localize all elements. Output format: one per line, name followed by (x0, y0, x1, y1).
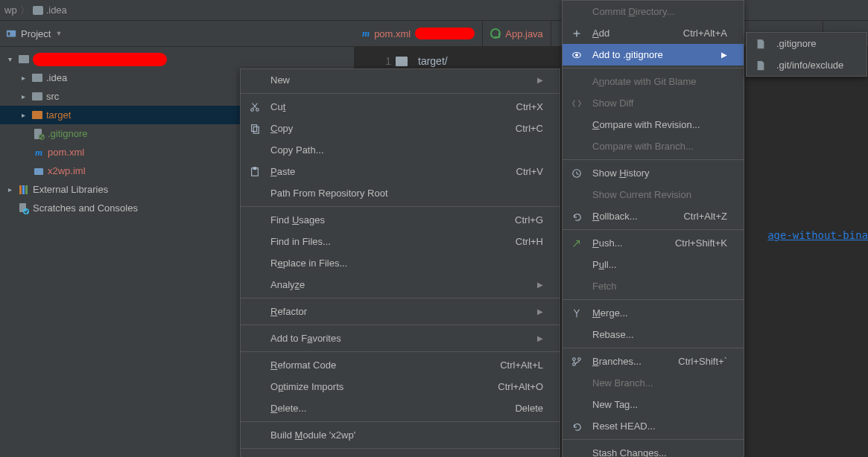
scratches-icon (18, 202, 30, 214)
editor-link-text[interactable]: age-without-bina (767, 229, 868, 241)
menu-item[interactable]: Annotate with Git Blame (563, 71, 744, 92)
menu-item-label: New (270, 74, 528, 86)
tree-row-root[interactable]: ▾ (0, 50, 354, 68)
menu-item[interactable]: Branches...Ctrl+Shift+` (563, 351, 744, 372)
svg-rect-20 (22, 185, 25, 194)
menu-item[interactable]: .git/info/exclude (747, 54, 867, 76)
submenu-arrow-icon: ▶ (537, 76, 543, 84)
menu-item[interactable]: Rollback...Ctrl+Alt+Z (563, 205, 744, 227)
menu-item[interactable]: Fetch (563, 275, 744, 297)
svg-rect-19 (19, 185, 22, 194)
menu-item-label: Copy Path... (270, 144, 543, 156)
menu-item[interactable]: Commit Directory... (563, 1, 744, 22)
svg-point-25 (256, 108, 259, 111)
undo-icon (570, 211, 583, 222)
menu-item-label: Push... (592, 237, 644, 249)
menu-item[interactable]: Path From Repository Root (241, 182, 560, 204)
tree-node-label: pom.xml (48, 147, 84, 158)
menu-item-label: Find in Files... (270, 236, 484, 247)
menu-item-label: Compare with Branch... (592, 141, 727, 152)
menu-item[interactable]: Show History (563, 162, 744, 184)
menu-item[interactable]: Reformat CodeCtrl+Alt+L (241, 354, 560, 376)
menu-item-label: Pull... (592, 259, 727, 270)
menu-item[interactable]: Show Diff (563, 92, 744, 114)
menu-item[interactable]: Pull... (563, 254, 744, 275)
menu-item-label: Paste (270, 166, 485, 177)
submenu-arrow-icon: ▶ (537, 281, 543, 289)
menu-item[interactable]: Add to Favorites▶ (241, 327, 560, 349)
menu-item[interactable]: Copy Path... (241, 139, 560, 161)
breadcrumb-item[interactable]: .idea (46, 4, 67, 16)
menu-item[interactable]: .gitignore (747, 33, 867, 54)
context-menu[interactable]: New▶CutCtrl+XCopyCtrl+CCopy Path...Paste… (240, 68, 560, 457)
menu-item[interactable]: Merge... (563, 302, 744, 324)
menu-item[interactable]: Show Current Revision (563, 184, 744, 205)
menu-item[interactable]: CutCtrl+X (241, 96, 560, 118)
menu-item[interactable]: Open In▶ (241, 451, 560, 457)
chevron-right-icon: 〉 (20, 4, 30, 17)
file-icon (754, 39, 767, 49)
expand-icon[interactable]: ▸ (4, 185, 15, 194)
svg-line-39 (577, 309, 580, 313)
menu-item[interactable]: Analyze▶ (241, 274, 560, 295)
menu-item-label: Reset HEAD... (592, 421, 727, 432)
menu-item[interactable]: Delete...Delete (241, 397, 560, 419)
menu-item[interactable]: Build Module 'x2wp' (241, 424, 560, 446)
menu-item[interactable]: Find UsagesCtrl+G (241, 209, 560, 231)
menu-item[interactable]: Add to .gitignore▶ (563, 44, 744, 65)
menu-item[interactable]: Find in Files...Ctrl+H (241, 231, 560, 252)
menu-item[interactable]: Compare with Revision... (563, 114, 744, 135)
menu-item-label: Commit Directory... (592, 6, 727, 17)
menu-item-shortcut: Ctrl+Alt+L (478, 359, 543, 371)
editor-tab[interactable]: m pom.xml (355, 21, 483, 47)
menu-item-label: Build Module 'x2wp' (270, 429, 543, 441)
menu-item[interactable]: Optimize ImportsCtrl+Alt+O (241, 376, 560, 397)
menu-item-label: Copy (270, 123, 484, 134)
editor-line[interactable]: target/ (411, 53, 448, 69)
folder-icon (31, 109, 43, 121)
menu-item[interactable]: Replace in Files... (241, 252, 560, 274)
git-submenu[interactable]: Commit Directory...AddCtrl+Alt+AAdd to .… (562, 0, 744, 457)
svg-rect-29 (253, 127, 259, 133)
menu-item[interactable]: Reset HEAD... (563, 415, 744, 437)
breadcrumb-item[interactable]: wp (4, 4, 17, 16)
chevron-down-icon: ▼ (55, 30, 62, 37)
expand-icon[interactable]: ▸ (18, 92, 28, 100)
menu-item[interactable]: New Branch... (563, 372, 744, 394)
menu-item[interactable]: Push...Ctrl+Shift+K (563, 232, 744, 254)
maven-icon: m (362, 28, 370, 39)
menu-item-shortcut: Ctrl+Alt+Z (661, 211, 727, 222)
menu-item-label: .gitignore (776, 38, 850, 49)
folder-icon (33, 6, 43, 15)
menu-item[interactable]: New Tag... (563, 394, 744, 415)
menu-item-label: Add to .gitignore (592, 49, 712, 60)
menu-item-label: Delete... (270, 403, 484, 414)
menu-item-label: Find Usages (270, 214, 484, 226)
tree-node-label: Scratches and Consoles (33, 202, 138, 214)
menu-item-label: Compare with Revision... (592, 119, 727, 130)
menu-item-shortcut: Delete (492, 403, 543, 414)
expand-icon[interactable]: ▾ (4, 55, 15, 63)
menu-item[interactable]: Compare with Branch... (563, 135, 744, 157)
menu-item-label: Cut (270, 101, 485, 112)
menu-item[interactable]: New▶ (241, 69, 560, 91)
menu-item[interactable]: PasteCtrl+V (241, 161, 560, 182)
menu-item[interactable]: CopyCtrl+C (241, 118, 560, 139)
gitignore-submenu[interactable]: .gitignore.git/info/exclude (746, 32, 867, 77)
folder-icon (396, 57, 408, 66)
editor-tab[interactable]: App.java (483, 21, 551, 47)
expand-icon[interactable]: ▸ (18, 111, 28, 119)
menu-item[interactable]: AddCtrl+Alt+A (563, 22, 744, 44)
menu-item-shortcut: Ctrl+Shift+K (653, 237, 727, 249)
svg-line-37 (574, 240, 580, 246)
menu-item-shortcut: Ctrl+Alt+A (661, 28, 727, 39)
menu-item-label: Rollback... (592, 211, 652, 222)
menu-item-label: Branches... (592, 356, 647, 367)
expand-icon[interactable]: ▸ (18, 74, 28, 82)
menu-item[interactable]: Rebase... (563, 324, 744, 345)
plus-icon (570, 28, 583, 39)
menu-item[interactable]: Refactor▶ (241, 301, 560, 322)
svg-rect-21 (25, 185, 28, 194)
redacted-block (33, 53, 167, 66)
menu-item[interactable]: Stash Changes... (563, 442, 744, 457)
